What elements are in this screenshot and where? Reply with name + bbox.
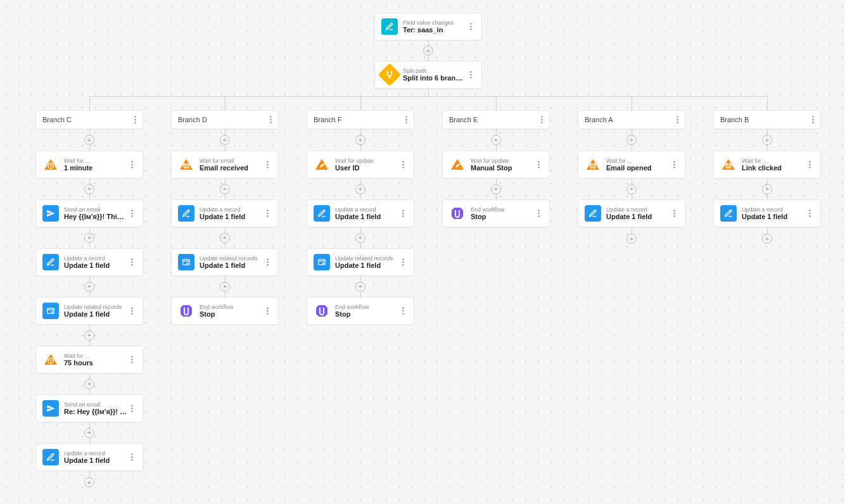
branch-header[interactable]: Branch E — [442, 110, 550, 129]
node-menu-button[interactable] — [263, 305, 272, 317]
workflow-node[interactable]: Update a recordUpdate 1 field — [35, 248, 143, 276]
workflow-node[interactable]: Wait for ...75 hours — [35, 346, 143, 374]
node-menu-button[interactable] — [127, 158, 136, 171]
add-step-button[interactable]: + — [423, 46, 433, 56]
workflow-node[interactable]: Update a recordUpdate 1 field — [713, 199, 821, 227]
node-menu-button[interactable] — [398, 305, 407, 317]
add-step-button[interactable]: + — [220, 184, 230, 194]
workflow-node[interactable]: Wait for emailEmail received — [171, 151, 279, 179]
connector — [225, 96, 226, 110]
add-step-button[interactable]: + — [762, 184, 772, 194]
svg-point-84 — [677, 116, 678, 117]
workflow-node[interactable]: Update a recordUpdate 1 field — [578, 199, 685, 227]
workflow-node[interactable]: End workflowStop — [307, 297, 414, 325]
node-menu-button[interactable] — [263, 158, 272, 171]
node-menu-button[interactable] — [398, 256, 407, 268]
add-step-button[interactable]: + — [626, 234, 637, 244]
node-menu-button[interactable] — [466, 20, 475, 33]
branch-menu-button[interactable] — [812, 116, 814, 123]
add-step-button[interactable]: + — [762, 234, 772, 244]
add-step-button[interactable]: + — [220, 282, 230, 292]
node-menu-button[interactable] — [127, 256, 136, 268]
workflow-node[interactable]: Send an emailHey {{Ім'я}}! This is t… — [35, 199, 143, 227]
workflow-node[interactable]: Wait for updateUser ID — [307, 151, 414, 179]
branch-menu-button[interactable] — [134, 116, 136, 123]
wait-edit-icon — [449, 156, 466, 173]
add-step-button[interactable]: + — [355, 233, 365, 243]
node-menu-button[interactable] — [398, 158, 407, 171]
add-step-button[interactable]: + — [84, 477, 94, 488]
add-step-button[interactable]: + — [355, 135, 365, 145]
branch-menu-button[interactable] — [270, 116, 272, 123]
svg-point-83 — [538, 215, 539, 217]
svg-point-66 — [402, 261, 403, 263]
branch-header[interactable]: Branch B — [713, 110, 821, 129]
workflow-node[interactable]: Wait for ...Link clicked — [713, 151, 821, 179]
add-step-button[interactable]: + — [84, 135, 94, 145]
split-node[interactable]: Split pathSplit into 6 branches — [374, 61, 482, 89]
add-step-button[interactable]: + — [491, 135, 501, 145]
node-menu-button[interactable] — [670, 207, 678, 220]
workflow-node[interactable]: Update related recordsUpdate 1 field — [307, 248, 414, 276]
branch-header[interactable]: Branch A — [578, 110, 685, 129]
node-menu-button[interactable] — [263, 256, 272, 268]
add-step-button[interactable]: + — [355, 282, 365, 292]
branch-menu-button[interactable] — [541, 116, 543, 123]
svg-point-93 — [673, 215, 675, 217]
branch-menu-button[interactable] — [677, 116, 678, 123]
add-step-button[interactable]: + — [220, 233, 230, 243]
workflow-node[interactable]: Update related recordsUpdate 1 field — [171, 248, 279, 276]
node-menu-button[interactable] — [127, 451, 136, 463]
add-step-button[interactable]: + — [355, 184, 365, 194]
svg-point-36 — [270, 116, 271, 117]
branch-menu-button[interactable] — [405, 116, 407, 123]
branch-header[interactable]: Branch F — [307, 110, 414, 129]
svg-point-98 — [809, 161, 810, 162]
svg-point-69 — [323, 308, 324, 309]
update-icon — [585, 205, 601, 222]
branch-header[interactable]: Branch D — [171, 110, 279, 129]
node-menu-button[interactable] — [534, 158, 543, 171]
node-menu-button[interactable] — [534, 207, 543, 220]
workflow-node[interactable]: Update a recordUpdate 1 field — [35, 443, 143, 471]
workflow-node[interactable]: Update a recordUpdate 1 field — [307, 199, 414, 227]
workflow-node[interactable]: Wait for updateManual Stop — [442, 151, 550, 179]
add-step-button[interactable]: + — [491, 184, 501, 194]
node-menu-button[interactable] — [805, 158, 814, 171]
node-menu-button[interactable] — [263, 207, 272, 220]
node-type-label: End workflow — [471, 206, 534, 213]
node-menu-button[interactable] — [670, 158, 678, 171]
svg-point-89 — [673, 164, 675, 165]
add-step-button[interactable]: + — [84, 282, 94, 292]
node-menu-button[interactable] — [398, 207, 407, 220]
node-title: Stop — [335, 310, 398, 318]
add-step-button[interactable]: + — [626, 135, 637, 145]
workflow-node[interactable]: End workflowStop — [171, 297, 279, 325]
node-menu-button[interactable] — [127, 305, 136, 317]
workflow-node[interactable]: Send an emailRe: Hey {{Ім'я}}! This … — [35, 394, 143, 422]
add-step-button[interactable]: + — [84, 379, 94, 389]
node-menu-button[interactable] — [466, 68, 475, 81]
add-step-button[interactable]: + — [84, 428, 94, 438]
add-step-button[interactable]: + — [84, 331, 94, 341]
svg-point-80 — [459, 210, 460, 211]
svg-point-82 — [538, 213, 539, 214]
add-step-button[interactable]: + — [762, 135, 772, 145]
branch-header[interactable]: Branch C — [35, 110, 143, 129]
add-step-button[interactable]: + — [84, 184, 94, 194]
node-menu-button[interactable] — [805, 207, 814, 220]
add-step-button[interactable]: + — [220, 135, 230, 145]
trigger-node[interactable]: Field value changesTer: saas_in — [374, 13, 482, 41]
node-menu-button[interactable] — [127, 353, 136, 366]
workflow-node[interactable]: Update related recordsUpdate 1 field — [35, 297, 143, 325]
node-menu-button[interactable] — [127, 402, 136, 415]
workflow-node[interactable]: End workflowStop — [442, 199, 550, 227]
node-menu-button[interactable] — [127, 207, 136, 220]
workflow-node[interactable]: Update a recordUpdate 1 field — [171, 199, 279, 227]
workflow-node[interactable]: Wait for ...1 minute — [35, 151, 143, 179]
svg-point-71 — [402, 310, 403, 312]
add-step-button[interactable]: + — [626, 184, 637, 194]
workflow-node[interactable]: Wait for ...Email opened — [578, 151, 685, 179]
wait-mail-icon — [178, 156, 194, 173]
add-step-button[interactable]: + — [84, 233, 94, 243]
